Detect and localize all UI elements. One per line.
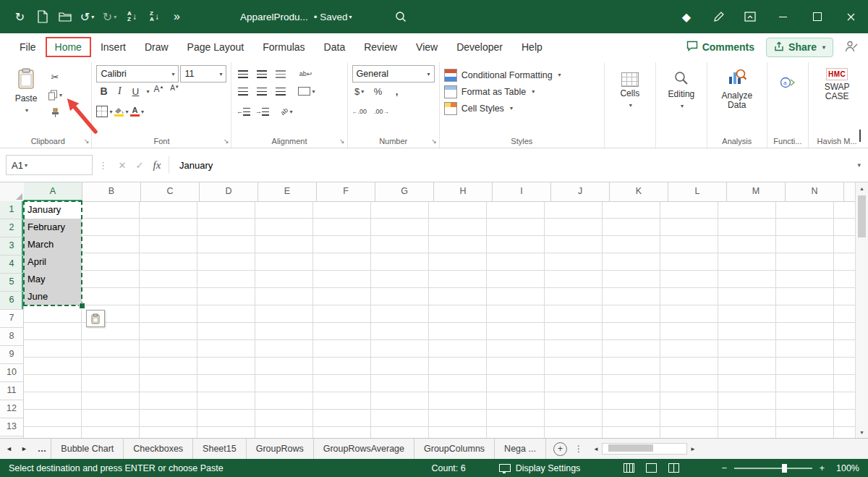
column-header[interactable]: C xyxy=(141,182,200,202)
italic-button[interactable]: I xyxy=(112,84,127,98)
conditional-formatting-button[interactable]: Conditional Formatting ▾ xyxy=(444,67,600,83)
tab-help[interactable]: Help xyxy=(512,37,552,57)
percent-style-button[interactable]: % xyxy=(371,84,386,98)
grid[interactable]: A B C D E F G H I J K L M N 1 2 3 4 xyxy=(0,182,855,438)
autosave-icon[interactable]: ↻ xyxy=(9,5,31,28)
zoom-in-icon[interactable]: + xyxy=(820,463,825,473)
sheet-tab[interactable]: Nega ... xyxy=(495,439,546,459)
cell-a4[interactable]: April xyxy=(24,253,82,271)
cell-a1[interactable]: January xyxy=(24,201,82,219)
scroll-left-icon[interactable]: ◄ xyxy=(590,446,602,452)
page-layout-view-icon[interactable] xyxy=(646,463,657,473)
sheet-nav-right-icon[interactable]: ► xyxy=(21,445,27,452)
align-middle-button[interactable] xyxy=(255,67,269,81)
redo-button[interactable]: ↻▾ xyxy=(98,5,121,28)
alignment-dialog-launcher-icon[interactable]: ↘ xyxy=(339,138,345,145)
share-button[interactable]: Share ▾ xyxy=(766,38,833,57)
save-status[interactable]: • Saved xyxy=(314,12,348,22)
column-header[interactable]: B xyxy=(82,182,141,202)
collapse-ribbon-icon[interactable] xyxy=(859,131,861,142)
row-header[interactable]: 11 xyxy=(0,382,24,400)
zoom-slider[interactable] xyxy=(734,468,812,469)
copy-button[interactable]: ▾ xyxy=(48,88,62,102)
row-header[interactable]: 12 xyxy=(0,400,24,418)
formula-input[interactable]: January xyxy=(179,160,857,171)
tab-review[interactable]: Review xyxy=(354,37,407,57)
vertical-scrollbar[interactable]: ▲ ▼ xyxy=(855,182,868,438)
tab-file[interactable]: File xyxy=(10,37,46,57)
tab-draw[interactable]: Draw xyxy=(135,37,178,57)
row-header[interactable]: 5 xyxy=(0,274,24,292)
display-settings-button[interactable]: Display Settings xyxy=(499,463,581,473)
formula-bar-drag-handle[interactable]: ⋮ xyxy=(98,160,108,171)
scroll-right-icon[interactable]: ► xyxy=(687,446,699,452)
orientation-button[interactable]: ab▾ xyxy=(279,104,294,119)
ribbon-display-options-icon[interactable] xyxy=(734,5,766,28)
scroll-up-icon[interactable]: ▲ xyxy=(859,182,864,194)
fill-handle[interactable] xyxy=(79,303,85,309)
cell-a2[interactable]: February xyxy=(24,219,82,236)
column-header[interactable]: N xyxy=(786,182,844,202)
row-header[interactable]: 9 xyxy=(0,346,24,364)
tab-page-layout[interactable]: Page Layout xyxy=(178,37,254,57)
cell-a6[interactable]: June xyxy=(24,288,82,305)
decrease-decimal-button[interactable]: .00→ xyxy=(374,104,389,119)
format-painter-button[interactable] xyxy=(48,106,62,120)
editing-button[interactable]: Editing ▾ xyxy=(660,65,702,111)
sign-in-person-icon[interactable] xyxy=(845,41,858,54)
sheet-tab[interactable]: GroupRowsAverage xyxy=(314,439,414,459)
accounting-format-button[interactable]: $▾ xyxy=(352,84,367,98)
sheet-options-icon[interactable]: ⋮ xyxy=(574,444,583,454)
column-header-partial[interactable] xyxy=(844,182,855,202)
paste-options-button[interactable] xyxy=(86,310,105,327)
sheet-tab[interactable]: Bubble Chart xyxy=(51,439,124,459)
select-all-corner[interactable] xyxy=(0,182,25,202)
all-sheets-button[interactable]: … xyxy=(33,444,51,454)
sheet-tab[interactable]: GroupColumns xyxy=(414,439,495,459)
new-file-icon[interactable] xyxy=(31,5,54,28)
close-button[interactable] xyxy=(834,0,868,33)
underline-dropdown-icon[interactable]: ▾ xyxy=(144,84,150,98)
column-header[interactable]: G xyxy=(375,182,434,202)
tab-insert[interactable]: Insert xyxy=(91,37,135,57)
row-header[interactable]: 13 xyxy=(0,418,24,436)
row-header[interactable]: 6 xyxy=(0,292,24,310)
row-header[interactable]: 3 xyxy=(0,237,24,256)
insert-function-icon[interactable]: fx xyxy=(148,159,166,172)
row-header[interactable]: 7 xyxy=(0,310,24,328)
more-commands-icon[interactable]: » xyxy=(166,5,188,28)
merge-center-button[interactable]: ▾ xyxy=(298,84,315,98)
normal-view-icon[interactable] xyxy=(624,463,634,473)
row-header[interactable]: 8 xyxy=(0,328,24,346)
sort-ascending-icon[interactable]: AZ↓ xyxy=(121,5,143,28)
align-bottom-button[interactable] xyxy=(273,67,288,81)
row-header[interactable]: 1 xyxy=(0,201,24,219)
minimize-button[interactable] xyxy=(766,0,800,33)
decrease-font-size-button[interactable]: A▼ xyxy=(167,84,182,98)
cell-a5[interactable]: May xyxy=(24,271,82,288)
font-name-select[interactable]: Calibri▾ xyxy=(96,65,179,83)
bold-button[interactable]: B xyxy=(96,84,111,98)
column-header[interactable]: I xyxy=(493,182,551,202)
sheet-tab[interactable]: GroupRows xyxy=(247,439,314,459)
comma-style-button[interactable]: , xyxy=(390,84,404,98)
vertical-scroll-thumb[interactable] xyxy=(858,195,866,237)
sort-descending-icon[interactable]: ZA↓ xyxy=(143,5,166,28)
column-header[interactable]: D xyxy=(200,182,258,202)
column-header[interactable]: F xyxy=(317,182,375,202)
maximize-button[interactable] xyxy=(800,0,834,33)
fill-color-button[interactable]: ▾ xyxy=(114,104,128,119)
name-box[interactable]: A1 ▾ xyxy=(6,155,93,175)
column-header[interactable]: J xyxy=(551,182,610,202)
row-header[interactable]: 2 xyxy=(0,219,24,237)
sheet-tab[interactable]: Checkboxes xyxy=(124,439,193,459)
confirm-entry-icon[interactable]: ✓ xyxy=(131,160,148,171)
scroll-down-icon[interactable]: ▼ xyxy=(859,426,864,438)
row-header[interactable]: 14 xyxy=(0,436,24,438)
column-header-a[interactable]: A xyxy=(24,182,82,202)
increase-font-size-button[interactable]: A▲ xyxy=(151,84,166,98)
increase-decimal-button[interactable]: ←.00 xyxy=(352,104,367,119)
format-as-table-button[interactable]: Format as Table ▾ xyxy=(444,83,600,100)
column-header[interactable]: E xyxy=(258,182,317,202)
cell-a3[interactable]: March xyxy=(24,236,82,253)
